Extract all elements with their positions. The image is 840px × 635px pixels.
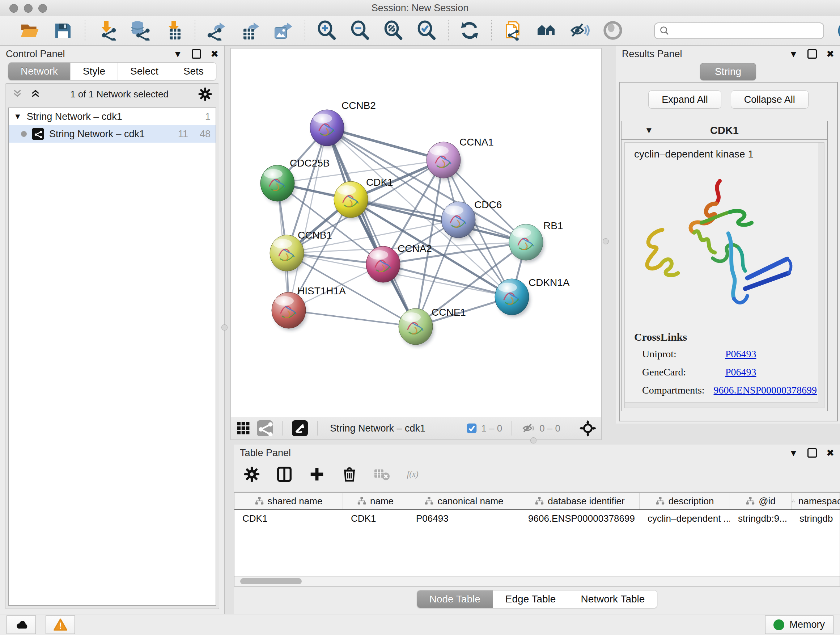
- warning-button[interactable]: [46, 616, 75, 634]
- export-network-button[interactable]: [206, 20, 227, 41]
- results-panel-title: Results Panel: [622, 49, 682, 60]
- column-header-canonical-name[interactable]: canonical name: [408, 493, 520, 509]
- control-panel-float-button[interactable]: ▼: [173, 49, 182, 59]
- column-header--id[interactable]: @id: [730, 493, 791, 509]
- column-type-icon: [255, 496, 264, 506]
- expand-all-chevron-icon[interactable]: [30, 88, 41, 100]
- node-CCNA1: CCNA1: [426, 136, 494, 180]
- right-splitter-grip[interactable]: [603, 238, 609, 244]
- refresh-button[interactable]: [459, 20, 480, 41]
- column-type-icon: [357, 496, 366, 506]
- tab-select[interactable]: Select: [118, 63, 171, 80]
- collapse-all-button[interactable]: Collapse All: [731, 90, 808, 109]
- table-panel-close-button[interactable]: ✖: [826, 448, 834, 458]
- column-type-icon: [745, 496, 755, 506]
- grid-view-icon[interactable]: [236, 421, 251, 436]
- zoom-out-icon: [349, 20, 370, 41]
- results-panel-maximize-button[interactable]: [807, 49, 817, 59]
- network-options-gear-icon[interactable]: [198, 87, 212, 101]
- results-panel-float-button[interactable]: ▼: [789, 49, 798, 59]
- column-header-namespac[interactable]: namespac: [791, 493, 840, 509]
- control-panel-tabs: NetworkStyleSelectSets: [0, 62, 224, 80]
- crosslink-label: GeneCard:: [634, 366, 725, 378]
- tab-network-table[interactable]: Network Table: [568, 591, 657, 608]
- collection-caret-icon[interactable]: ▼: [14, 112, 22, 121]
- network-canvas[interactable]: CCNB2 CCNA1 CDC25B CDK1 CDC6 R: [231, 49, 601, 416]
- selected-checkbox-icon[interactable]: [466, 423, 477, 434]
- control-panel-close-button[interactable]: ✖: [210, 49, 218, 59]
- save-button[interactable]: [53, 20, 74, 41]
- export-table-button[interactable]: [240, 20, 261, 41]
- import-table-button[interactable]: [163, 20, 184, 41]
- search-input[interactable]: [673, 25, 819, 37]
- tab-style[interactable]: Style: [71, 63, 118, 80]
- columns-button[interactable]: [276, 466, 293, 487]
- tab-string[interactable]: String: [700, 63, 756, 80]
- fx-button: f(x): [406, 466, 432, 487]
- table-horizontal-scrollbar[interactable]: [234, 576, 840, 586]
- collapse-all-chevron-icon[interactable]: [12, 88, 23, 100]
- export-image-button[interactable]: [273, 20, 294, 41]
- memory-button[interactable]: Memory: [765, 616, 834, 634]
- zoom-out-button[interactable]: [349, 20, 370, 41]
- results-horizontal-scrollbar[interactable]: [625, 402, 818, 408]
- gear-button[interactable]: [243, 466, 260, 487]
- cloud-button[interactable]: [6, 616, 36, 634]
- eye-gray-button[interactable]: [603, 20, 624, 41]
- results-vertical-scrollbar[interactable]: [818, 143, 824, 408]
- open-in-window-icon[interactable]: [292, 420, 308, 436]
- open-folder-icon: [19, 20, 41, 41]
- import-network-button[interactable]: [96, 20, 117, 41]
- node-CCNB2: CCNB2: [310, 100, 376, 148]
- open-folder-button[interactable]: [19, 20, 41, 41]
- control-panel-maximize-button[interactable]: [192, 49, 201, 59]
- import-database-button[interactable]: [129, 20, 150, 41]
- hidden-eye-icon[interactable]: [521, 421, 536, 435]
- search-box[interactable]: [654, 22, 824, 39]
- crosslink-link[interactable]: P06493: [725, 366, 756, 378]
- tab-network[interactable]: Network: [8, 63, 71, 80]
- string-document-button[interactable]: [503, 20, 524, 41]
- expand-all-button[interactable]: Expand All: [648, 90, 722, 109]
- crosslink-link[interactable]: P06493: [725, 348, 756, 360]
- network-view: CCNB2 CCNA1 CDC25B CDK1 CDC6 R: [231, 48, 602, 440]
- plus-button[interactable]: [309, 466, 325, 487]
- help-button[interactable]: ?: [837, 21, 840, 41]
- column-header-name[interactable]: name: [343, 493, 408, 509]
- column-header-description[interactable]: description: [639, 493, 730, 509]
- table-panel-maximize-button[interactable]: [807, 448, 817, 458]
- network-view-title: String Network – cdk1: [330, 423, 425, 434]
- status-bar: Memory: [0, 614, 840, 635]
- node-CDK1: CDK1: [334, 177, 393, 220]
- zoom-selected-button[interactable]: [416, 20, 437, 41]
- tab-edge-table[interactable]: Edge Table: [493, 591, 569, 608]
- table-row[interactable]: CDK1CDK1P064939606.ENSP00000378699cyclin…: [234, 510, 840, 527]
- network-row[interactable]: String Network – cdk1 11 48: [9, 125, 216, 143]
- tab-node-table[interactable]: Node Table: [417, 591, 493, 608]
- collection-count: 1: [205, 111, 210, 122]
- column-header-shared-name[interactable]: shared name: [234, 493, 343, 509]
- bottom-splitter-grip[interactable]: [531, 437, 537, 443]
- trash-button[interactable]: [341, 466, 358, 487]
- network-share-icon[interactable]: [257, 420, 273, 436]
- houses-button[interactable]: [536, 20, 557, 41]
- column-header-database-identifier[interactable]: database identifier: [520, 493, 639, 509]
- svg-text:RB1: RB1: [543, 220, 563, 231]
- crosslink-row: Uniprot: P06493: [634, 348, 817, 360]
- collapse-caret-icon[interactable]: ▼: [645, 125, 653, 135]
- column-type-icon: [655, 496, 665, 506]
- table-panel-float-button[interactable]: ▼: [789, 448, 798, 458]
- network-collection-row[interactable]: ▼ String Network – cdk1 1: [9, 108, 216, 125]
- zoom-in-button[interactable]: [316, 20, 337, 41]
- left-splitter-grip[interactable]: [221, 325, 227, 331]
- birdseye-view-icon[interactable]: [579, 420, 596, 437]
- show-hide-button[interactable]: [569, 20, 591, 41]
- crosslink-link[interactable]: 9606.ENSP00000378699: [714, 385, 817, 396]
- zoom-fit-button[interactable]: [383, 20, 404, 41]
- tab-sets[interactable]: Sets: [171, 63, 216, 80]
- plus-icon: [309, 466, 325, 487]
- results-panel-close-button[interactable]: ✖: [826, 49, 834, 59]
- control-panel: Control Panel ▼ ✖ NetworkStyleSelectSets…: [0, 46, 225, 614]
- node-section-header[interactable]: ▼ CDK1: [622, 121, 827, 140]
- zoom-fit-icon: [383, 20, 404, 41]
